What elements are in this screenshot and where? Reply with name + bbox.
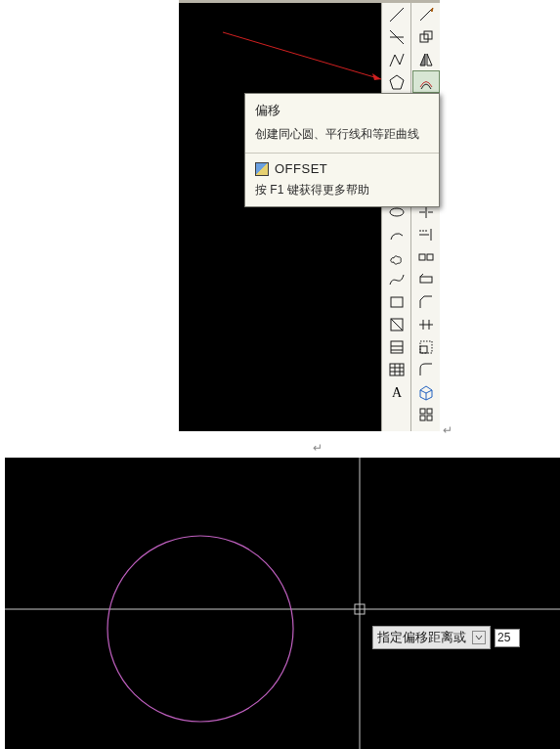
svg-line-9 xyxy=(391,319,403,330)
polygon-tool[interactable] xyxy=(383,70,410,93)
svg-rect-30 xyxy=(427,254,433,260)
tooltip-help: 按 F1 键获得更多帮助 xyxy=(255,182,431,198)
svg-rect-44 xyxy=(427,416,432,420)
join-tool[interactable] xyxy=(412,268,440,290)
svg-rect-7 xyxy=(391,297,403,307)
chevron-down-icon xyxy=(475,634,483,641)
offset-icon xyxy=(255,162,269,176)
modify-toolbar xyxy=(410,3,440,431)
spline-tool[interactable] xyxy=(383,268,410,290)
tooltip-desc: 创建同心圆、平行线和等距曲线 xyxy=(255,125,431,143)
svg-line-19 xyxy=(420,10,431,21)
break-tool[interactable] xyxy=(412,245,440,268)
svg-marker-1 xyxy=(372,73,381,80)
svg-rect-29 xyxy=(419,254,425,260)
svg-rect-31 xyxy=(420,277,432,283)
explode-tool[interactable] xyxy=(412,403,440,425)
edit-tool[interactable] xyxy=(412,3,440,25)
svg-rect-13 xyxy=(390,364,404,375)
fillet-tool[interactable] xyxy=(412,358,440,380)
svg-line-0 xyxy=(223,32,381,79)
rectangle-tool[interactable] xyxy=(383,290,410,313)
solid-tool[interactable] xyxy=(412,380,440,403)
tooltip-command: OFFSET xyxy=(275,161,327,176)
svg-rect-36 xyxy=(420,346,427,353)
scale-tool[interactable] xyxy=(412,335,440,358)
dynamic-prompt: 指定偏移距离或 xyxy=(372,626,520,649)
bottom-screenshot: 指定偏移距离或 xyxy=(5,458,560,749)
offset-distance-input[interactable] xyxy=(495,629,520,647)
svg-line-2 xyxy=(390,8,404,22)
svg-line-38 xyxy=(420,390,426,393)
prompt-label-box: 指定偏移距离或 xyxy=(372,626,491,649)
svg-line-39 xyxy=(426,390,432,393)
top-screenshot: A 偏移 创建同心圆、平行线和等距曲线 xyxy=(179,0,440,431)
svg-point-6 xyxy=(390,208,404,216)
arc-tool[interactable] xyxy=(383,223,410,245)
text-tool[interactable]: A xyxy=(383,380,410,403)
copy-tool[interactable] xyxy=(412,25,440,48)
svg-rect-10 xyxy=(391,341,403,353)
tooltip-title: 偏移 xyxy=(255,102,431,119)
hatch-tool[interactable] xyxy=(383,335,410,358)
revision-cloud-tool[interactable] xyxy=(383,245,410,268)
paragraph-mark: ↵ xyxy=(313,441,323,455)
cad-viewport xyxy=(179,0,381,431)
svg-rect-41 xyxy=(420,409,425,414)
region-tool[interactable] xyxy=(383,313,410,335)
construction-line-tool[interactable] xyxy=(383,25,410,48)
extend-tool[interactable] xyxy=(412,223,440,245)
table-tool[interactable] xyxy=(383,358,410,380)
svg-point-48 xyxy=(108,536,293,722)
align-tool[interactable] xyxy=(412,313,440,335)
drawing-area[interactable] xyxy=(5,458,560,749)
draw-toolbar: A xyxy=(381,3,410,431)
arrow-line xyxy=(179,3,381,91)
mirror-tool[interactable] xyxy=(412,48,440,70)
svg-rect-43 xyxy=(420,416,425,420)
toolbars: A xyxy=(381,0,440,431)
tooltip: 偏移 创建同心圆、平行线和等距曲线 OFFSET 按 F1 键获得更多帮助 xyxy=(244,93,440,207)
prompt-dropdown[interactable] xyxy=(472,631,486,644)
polyline-tool[interactable] xyxy=(383,48,410,70)
svg-rect-37 xyxy=(420,341,432,353)
svg-text:A: A xyxy=(392,385,403,400)
chamfer-tool[interactable] xyxy=(412,290,440,313)
line-tool[interactable] xyxy=(383,3,410,25)
prompt-text: 指定偏移距离或 xyxy=(377,629,466,646)
offset-tool[interactable] xyxy=(412,70,440,93)
paragraph-mark: ↵ xyxy=(443,423,452,437)
svg-marker-5 xyxy=(390,75,404,89)
svg-marker-20 xyxy=(431,8,433,12)
svg-rect-42 xyxy=(427,409,432,414)
